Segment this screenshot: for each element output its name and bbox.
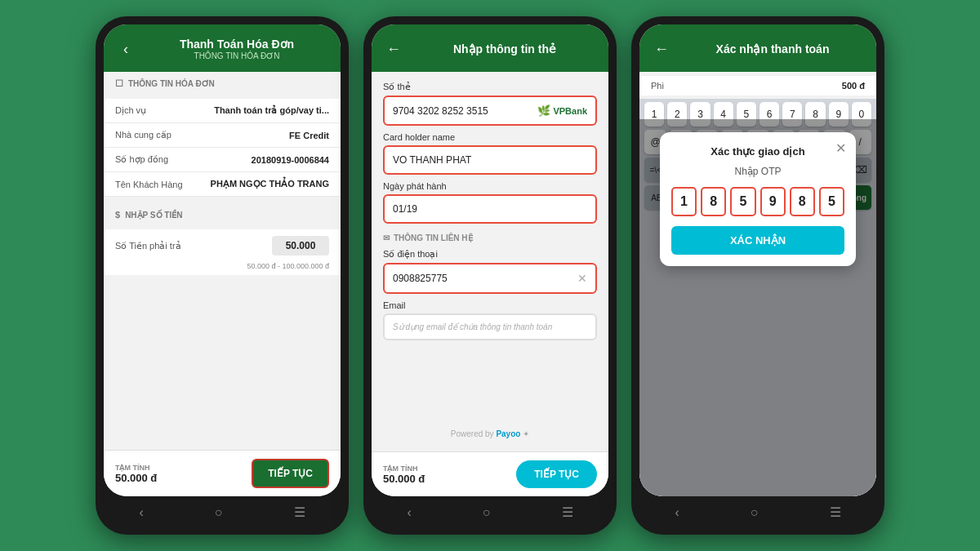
card-number-group: Số thẻ 9704 3202 8252 3515 🌿 VPBank	[383, 82, 597, 126]
phone2-footer: TẠM TÍNH 50.000 đ TIẾP TỤC	[372, 451, 608, 496]
confirm-otp-button[interactable]: XÁC NHẬN	[671, 226, 844, 255]
otp-digit-5[interactable]: 8	[790, 187, 815, 216]
nav-bar-3: ‹ ○ ☰	[639, 496, 876, 527]
row-sohopdong: Số hợp đồng 20180919-0006844	[104, 148, 341, 172]
fee-value: 500 đ	[842, 81, 865, 91]
row-nhacungcap: Nhà cung cấp FE Credit	[104, 123, 341, 148]
continue-button-2[interactable]: TIẾP TỤC	[516, 460, 597, 488]
money-icon: $	[115, 210, 120, 220]
payoo-logo: Payoo	[496, 429, 520, 438]
nav-home-3[interactable]: ○	[741, 502, 768, 523]
issue-date-group: Ngày phát hành 01/19	[383, 181, 597, 224]
section2-label: $ NHẬP SỐ TIỀN	[104, 203, 341, 223]
phone1-title: Thanh Toán Hóa Đơn	[145, 38, 329, 51]
doc-icon: ☐	[115, 78, 123, 89]
email-group: Email Sử dụng email để chứa thông tin th…	[383, 300, 597, 340]
email-input[interactable]: Sử dụng email để chứa thông tin thanh to…	[383, 313, 597, 340]
row-dichvu: Dịch vụ Thanh toán trả góp/vay ti...	[104, 99, 341, 123]
phone-input[interactable]: 0908825775 ✕	[383, 263, 597, 294]
email-label: Email	[383, 300, 597, 310]
nav-home-2[interactable]: ○	[473, 502, 501, 523]
fee-row: Phi 500 đ	[639, 75, 876, 96]
otp-digit-3[interactable]: 5	[730, 187, 755, 216]
otp-label: Nhập OTP	[671, 166, 844, 177]
otp-overlay: ✕ Xác thực giao dịch Nhập OTP 1 8 5 9 8 …	[639, 119, 876, 496]
amount-area: Số Tiền phải trả 50.000 50.000 đ - 100.0…	[104, 229, 341, 275]
nav-bar-1: ‹ ○ ☰	[104, 496, 341, 527]
back-button-2[interactable]: ←	[383, 38, 404, 60]
phone2-header: ← Nhập thông tin thẻ	[372, 24, 608, 72]
phone1-footer: TẠM TÍNH 50.000 đ TIẾP TỤC	[104, 450, 341, 496]
phone3-header: ← Xác nhận thanh toán	[639, 24, 876, 72]
phone3-title: Xác nhận thanh toán	[680, 42, 865, 56]
nav-back-2[interactable]: ‹	[398, 502, 421, 523]
phone-label: Số điện thoại	[383, 249, 597, 260]
otp-close-button[interactable]: ✕	[835, 140, 846, 156]
otp-digit-6[interactable]: 5	[819, 187, 844, 216]
phone1: ‹ Thanh Toán Hóa Đơn THÔNG TIN HÓA ĐƠN ☐…	[96, 16, 349, 535]
phone1-subtitle: THÔNG TIN HÓA ĐƠN	[145, 51, 329, 60]
otp-digits: 1 8 5 9 8 5	[671, 187, 844, 216]
phone2: ← Nhập thông tin thẻ Số thẻ 9704 3202 82…	[363, 16, 617, 535]
phone1-header: ‹ Thanh Toán Hóa Đơn THÔNG TIN HÓA ĐƠN	[104, 24, 341, 72]
phone3: ← Xác nhận thanh toán Phi 500 đ 1 2	[631, 16, 884, 535]
phone2-title: Nhập thông tin thẻ	[412, 42, 597, 56]
nav-menu-2[interactable]: ☰	[552, 501, 583, 523]
cardholder-label: Card holder name	[383, 132, 597, 142]
vpbank-logo: 🌿 VPBank	[537, 104, 587, 117]
total-value-1: 50.000 đ	[115, 472, 157, 484]
issue-date-input[interactable]: 01/19	[383, 194, 597, 224]
otp-digit-4[interactable]: 9	[760, 187, 786, 216]
nav-home-1[interactable]: ○	[205, 502, 233, 523]
fee-label: Phi	[651, 81, 664, 91]
amount-label: Số Tiền phải trả	[115, 241, 181, 251]
nav-menu-3[interactable]: ☰	[820, 501, 851, 523]
cardholder-group: Card holder name VO THANH PHAT	[383, 132, 597, 175]
card-number-input[interactable]: 9704 3202 8252 3515 🌿 VPBank	[383, 96, 597, 126]
vpbank-leaf-icon: 🌿	[537, 104, 550, 117]
back-button-1[interactable]: ‹	[115, 38, 136, 60]
phone2-form-area: Số thẻ 9704 3202 8252 3515 🌿 VPBank Card…	[372, 72, 608, 451]
row-tenkhachhang: Tên Khách Hàng PHẠM NGỌC THẢO TRANG	[104, 172, 341, 197]
mail-icon: ✉	[383, 233, 390, 242]
total-label-2: TẠM TÍNH	[383, 464, 425, 473]
total-label-1: TẠM TÍNH	[115, 464, 157, 472]
nav-bar-2: ‹ ○ ☰	[372, 496, 608, 527]
amount-input[interactable]: 50.000	[272, 236, 329, 256]
total-value-2: 50.000 đ	[383, 473, 425, 485]
otp-modal: ✕ Xác thực giao dịch Nhập OTP 1 8 5 9 8 …	[660, 132, 856, 266]
section1-label: ☐ THÔNG TIN HÓA ĐƠN	[104, 72, 341, 92]
otp-modal-title: Xác thực giao dịch	[671, 145, 844, 158]
info-rows-area: Dịch vụ Thanh toán trả góp/vay ti... Nhà…	[104, 99, 341, 197]
powered-by: Powered by Payoo ✦	[383, 429, 597, 442]
otp-digit-1[interactable]: 1	[671, 187, 697, 216]
amount-hint: 50.000 đ - 100.000.000 đ	[104, 262, 341, 275]
nav-menu-1[interactable]: ☰	[284, 501, 315, 523]
back-button-3[interactable]: ←	[651, 38, 672, 60]
contact-section-label: ✉ THÔNG TIN LIÊN HỆ	[383, 233, 597, 242]
nav-back-1[interactable]: ‹	[130, 502, 154, 523]
continue-button-1[interactable]: TIẾP TỤC	[252, 459, 329, 488]
screen3-content-wrapper: Phi 500 đ 1 2 3 4 5 6 7 8 9 0	[639, 72, 876, 496]
phone-group: Số điện thoại 0908825775 ✕	[383, 249, 597, 294]
card-number-label: Số thẻ	[383, 82, 597, 92]
clear-phone-icon[interactable]: ✕	[577, 272, 587, 285]
cardholder-input[interactable]: VO THANH PHAT	[383, 145, 597, 175]
nav-back-3[interactable]: ‹	[666, 502, 689, 523]
issue-date-label: Ngày phát hành	[383, 181, 597, 191]
otp-digit-2[interactable]: 8	[701, 187, 726, 216]
